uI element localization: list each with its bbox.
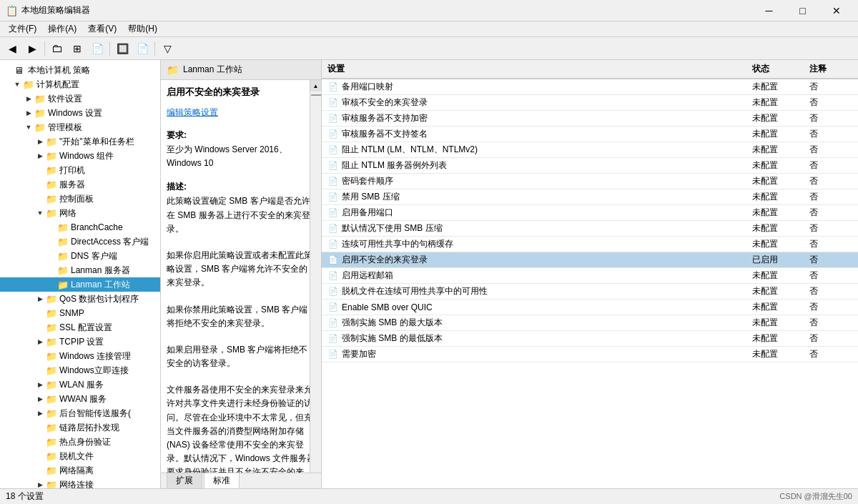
sidebar-item-network-isolation[interactable]: 📁 网络隔离	[0, 463, 160, 478]
toolbar-btn-2[interactable]: ⊞	[68, 39, 87, 58]
toggle-icon: ▶	[34, 338, 46, 345]
setting-status: 未配置	[752, 144, 809, 156]
setting-name: 📄 密码套件顺序	[327, 175, 752, 187]
sidebar-item-label: SSL 配置设置	[59, 322, 112, 334]
requirement-title: 要求:	[167, 129, 315, 142]
toolbar-btn-5[interactable]: 📄	[133, 39, 152, 58]
sidebar-item-instant-connect[interactable]: 📁 Windows立即连接	[0, 363, 160, 377]
sidebar-item-controlpanel[interactable]: 📁 控制面板	[0, 192, 160, 206]
sidebar-item-bits[interactable]: ▶ 📁 后台智能传送服务(	[0, 406, 160, 420]
toggle-icon: ▶	[34, 152, 46, 159]
sidebar-item-dns[interactable]: 📁 DNS 客户端	[0, 249, 160, 263]
setting-label: 默认情况下使用 SMB 压缩	[342, 222, 443, 234]
sidebar-item-admin-templates[interactable]: ▼ 📁 管理模板	[0, 120, 160, 134]
maximize-button[interactable]: □	[786, 1, 819, 21]
setting-icon: 📄	[327, 255, 339, 266]
sidebar-item-tcpip[interactable]: ▶ 📁 TCPIP 设置	[0, 335, 160, 349]
table-row[interactable]: 📄 强制实施 SMB 的最大版本 未配置 否	[322, 315, 858, 331]
sidebar-item-server[interactable]: 📁 服务器	[0, 177, 160, 192]
sidebar-item-lltd[interactable]: 📁 链路层拓扑发现	[0, 420, 160, 435]
table-row[interactable]: 📄 启用远程邮箱 未配置 否	[322, 268, 858, 284]
sidebar-item-windows-settings[interactable]: ▶ 📁 Windows 设置	[0, 106, 160, 120]
setting-note: 否	[809, 222, 852, 234]
sidebar-item-net-connections[interactable]: ▶ 📁 网络连接	[0, 478, 160, 488]
folder-icon: 📁	[46, 194, 57, 204]
table-row[interactable]: 📄 强制实施 SMB 的最低版本 未配置 否	[322, 331, 858, 347]
table-row[interactable]: 📄 默认情况下使用 SMB 压缩 未配置 否	[322, 221, 858, 237]
folder-icon: 📁	[57, 222, 69, 233]
setting-note: 否	[809, 348, 852, 360]
scroll-up-btn[interactable]: ▲	[310, 80, 322, 92]
center-scrollbar[interactable]: ▲ ▼	[310, 80, 321, 488]
sidebar-item-wwan[interactable]: ▶ 📁 WWAN 服务	[0, 392, 160, 406]
menu-help[interactable]: 帮助(H)	[122, 21, 163, 36]
toggle-icon: ▶	[34, 395, 46, 402]
setting-note: 否	[809, 159, 852, 172]
sidebar-item-hotspot[interactable]: 📁 热点身份验证	[0, 435, 160, 449]
folder-icon: 📁	[57, 280, 69, 290]
menu-file[interactable]: 文件(F)	[3, 21, 42, 36]
toolbar-btn-1[interactable]: 🗀	[48, 39, 66, 58]
table-row[interactable]: 📄 禁用 SMB 压缩 未配置 否	[322, 189, 858, 205]
sidebar-item-ssl[interactable]: 📁 SSL 配置设置	[0, 320, 160, 335]
sidebar-item-lanman-workstation[interactable]: 📁 Lanman 工作站	[0, 277, 160, 292]
policy-link[interactable]: 编辑策略设置	[167, 107, 218, 117]
setting-status: 未配置	[752, 285, 809, 297]
toolbar-forward[interactable]: ▶	[23, 39, 41, 58]
tab-standard[interactable]: 标准	[204, 473, 240, 488]
menu-view[interactable]: 查看(V)	[82, 21, 122, 36]
table-row[interactable]: 📄 备用端口映射 未配置 否	[322, 79, 858, 95]
col-note: 注释	[809, 63, 852, 75]
table-row[interactable]: 📄 启用备用端口 未配置 否	[322, 205, 858, 221]
table-row[interactable]: 📄 阻止 NTLM (LM、NTLM、NTLMv2) 未配置 否	[322, 142, 858, 158]
sidebar-item-computer-config[interactable]: ▼ 📁 计算机配置	[0, 77, 160, 92]
table-row[interactable]: 📄 连续可用性共享中的句柄缓存 未配置 否	[322, 237, 858, 252]
sidebar-item-network[interactable]: ▼ 📁 网络	[0, 206, 160, 220]
folder-icon: 📁	[57, 265, 69, 276]
table-row[interactable]: 📄 阻止 NTLM 服务器例外列表 未配置 否	[322, 158, 858, 174]
folder-icon: 📁	[46, 351, 57, 362]
toggle-icon: ▶	[34, 381, 46, 388]
sidebar-item-wlan[interactable]: ▶ 📁 WLAN 服务	[0, 377, 160, 392]
table-row[interactable]: 📄 启用不安全的来宾登录 已启用 否	[322, 252, 858, 268]
scroll-thumb[interactable]	[311, 94, 321, 96]
toolbar-separator-3	[154, 41, 155, 56]
table-row[interactable]: 📄 审核服务器不支持加密 未配置 否	[322, 111, 858, 127]
sidebar: 🖥 本地计算机 策略 ▼ 📁 计算机配置 ▶ 📁 软件设置 ▶ 📁 Window…	[0, 60, 161, 488]
sidebar-item-qos[interactable]: ▶ 📁 QoS 数据包计划程序	[0, 292, 160, 306]
table-row[interactable]: 📄 审核服务器不支持签名 未配置 否	[322, 127, 858, 142]
table-row[interactable]: 📄 需要加密 未配置 否	[322, 347, 858, 362]
toolbar-back[interactable]: ◀	[3, 39, 21, 58]
table-row[interactable]: 📄 Enable SMB over QUIC 未配置 否	[322, 300, 858, 315]
toolbar-filter[interactable]: ▽	[158, 39, 177, 58]
menu-action[interactable]: 操作(A)	[42, 21, 82, 36]
sidebar-item-label: WLAN 服务	[59, 379, 104, 391]
setting-note: 否	[809, 254, 852, 266]
setting-note: 否	[809, 112, 852, 124]
folder-icon: 📁	[46, 337, 57, 347]
setting-status: 未配置	[752, 317, 809, 329]
setting-label: 启用不安全的来宾登录	[342, 254, 428, 266]
sidebar-item-offline[interactable]: 📁 脱机文件	[0, 449, 160, 463]
sidebar-item-win-connect[interactable]: 📁 Windows 连接管理	[0, 349, 160, 363]
close-button[interactable]: ✕	[820, 1, 852, 21]
toolbar-btn-3[interactable]: 📄	[88, 39, 107, 58]
sidebar-item-branchcache[interactable]: 📁 BranchCache	[0, 220, 160, 234]
toolbar-btn-4[interactable]: 🔲	[113, 39, 132, 58]
table-row[interactable]: 📄 审核不安全的来宾登录 未配置 否	[322, 95, 858, 111]
table-row[interactable]: 📄 脱机文件在连续可用性共享中的可用性 未配置 否	[322, 284, 858, 300]
toolbar-separator-1	[44, 41, 45, 56]
sidebar-item-printer[interactable]: 📁 打印机	[0, 163, 160, 177]
tab-extend[interactable]: 扩展	[167, 473, 202, 488]
sidebar-item-startmenu[interactable]: ▶ 📁 "开始"菜单和任务栏	[0, 134, 160, 149]
sidebar-item-snmp[interactable]: 📁 SNMP	[0, 306, 160, 320]
sidebar-item-software[interactable]: ▶ 📁 软件设置	[0, 92, 160, 106]
minimize-button[interactable]: ─	[753, 1, 785, 21]
sidebar-item-directaccess[interactable]: 📁 DirectAccess 客户端	[0, 234, 160, 249]
table-row[interactable]: 📄 密码套件顺序 未配置 否	[322, 174, 858, 189]
folder-header-label: Lanman 工作站	[183, 64, 242, 76]
sidebar-item-lanman-server[interactable]: 📁 Lanman 服务器	[0, 263, 160, 277]
sidebar-item-win-components[interactable]: ▶ 📁 Windows 组件	[0, 149, 160, 163]
sidebar-item-root[interactable]: 🖥 本地计算机 策略	[0, 63, 160, 77]
setting-note: 否	[809, 81, 852, 93]
